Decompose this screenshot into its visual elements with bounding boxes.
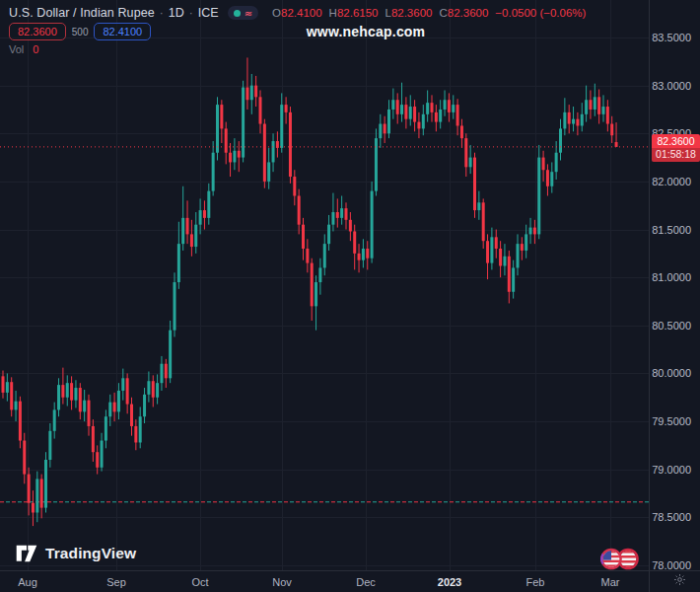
open-value: 82.4100 xyxy=(281,7,322,19)
title-separator: · xyxy=(189,6,193,20)
open-label: O xyxy=(272,7,281,19)
time-tick-label: Oct xyxy=(191,576,208,588)
buy-button[interactable]: 82.4100 xyxy=(94,23,151,40)
price-tick-label: 78.0000 xyxy=(652,559,691,571)
us-flag-icon xyxy=(601,550,620,568)
quote-buttons: 82.3600 500 82.4100 xyxy=(9,23,151,40)
time-tick-label: 2023 xyxy=(438,576,461,588)
current-price-tag: 82.3600 01:58:18 xyxy=(652,134,700,162)
market-status-pill[interactable]: ≈ xyxy=(228,6,258,20)
market-open-dot-icon xyxy=(234,10,241,17)
watermark-text: www.nehcap.com xyxy=(307,24,426,39)
volume-row: Vol 0 xyxy=(9,43,38,55)
price-tick-label: 80.0000 xyxy=(652,367,691,379)
change-value: −0.0500 (−0.06%) xyxy=(495,7,586,19)
high-label: H xyxy=(329,7,337,19)
ohlc-readout: O82.4100 H82.6150 L82.3600 C82.3600 −0.0… xyxy=(272,7,586,19)
time-tick-label: Aug xyxy=(18,576,37,588)
close-value: 82.3600 xyxy=(448,7,489,19)
tradingview-logo-text: TradingView xyxy=(45,545,136,562)
price-tick-label: 83.5000 xyxy=(652,32,691,43)
time-tick-label: Dec xyxy=(356,576,376,588)
delayed-data-icon: ≈ xyxy=(245,10,252,17)
symbol-header: U.S. Dollar / Indian Rupee · 1D · ICE ≈ … xyxy=(9,6,586,20)
price-tick-label: 81.0000 xyxy=(652,271,691,283)
price-tick-label: 82.0000 xyxy=(652,176,691,187)
tradingview-logo[interactable]: TradingView xyxy=(16,545,136,562)
symbol-title[interactable]: U.S. Dollar / Indian Rupee xyxy=(9,6,155,20)
low-value: 82.3600 xyxy=(391,7,433,19)
chart-root: U.S. Dollar / Indian Rupee · 1D · ICE ≈ … xyxy=(0,0,700,592)
time-tick-label: Nov xyxy=(272,576,292,588)
bar-countdown: 01:58:18 xyxy=(652,148,700,162)
price-scale-settings-gear-icon[interactable] xyxy=(673,572,686,590)
price-tick-label: 81.5000 xyxy=(652,224,691,236)
price-tick-label: 83.0000 xyxy=(652,80,691,92)
pair-flags-icon xyxy=(597,546,643,576)
price-tick-label: 78.5000 xyxy=(652,511,691,523)
time-tick-label: Feb xyxy=(526,576,545,588)
exchange-label: ICE xyxy=(198,6,219,20)
volume-label: Vol xyxy=(9,43,24,55)
tradingview-logo-icon xyxy=(16,545,37,562)
volume-value: 0 xyxy=(33,43,38,55)
close-label: C xyxy=(439,7,447,19)
time-tick-label: Sep xyxy=(106,576,126,588)
high-value: 82.6150 xyxy=(337,7,379,19)
sell-button[interactable]: 82.3600 xyxy=(9,23,66,40)
candlestick-plot-pane[interactable] xyxy=(0,0,700,592)
time-tick-label: Mar xyxy=(601,576,620,588)
title-separator: · xyxy=(160,6,164,20)
price-tick-label: 79.5000 xyxy=(652,415,691,427)
spread-value: 500 xyxy=(72,27,89,37)
current-price-value: 82.3600 xyxy=(652,134,700,148)
timeframe-label[interactable]: 1D xyxy=(169,6,184,20)
price-tick-label: 79.0000 xyxy=(652,464,691,476)
price-tick-label: 80.5000 xyxy=(652,320,691,332)
